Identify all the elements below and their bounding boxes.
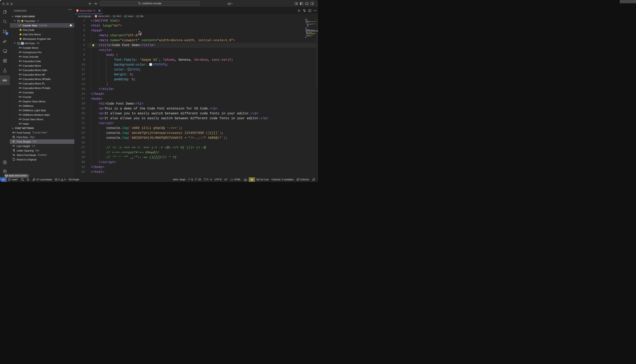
breadcrumb-item-head[interactable]: head bbox=[124, 15, 133, 18]
back-icon[interactable] bbox=[89, 2, 92, 5]
lightbulb-icon[interactable] bbox=[92, 44, 95, 48]
status-language-mode[interactable]: { }HTML bbox=[229, 177, 242, 182]
command-center-search[interactable]: codefont-vscode bbox=[100, 1, 200, 6]
tree-item-andale-mono[interactable]: abcAndale Mono bbox=[10, 46, 74, 50]
section-font-explorer[interactable]: FONT EXPLORER bbox=[10, 14, 74, 19]
section-label: FONT SETTINGS bbox=[15, 127, 34, 130]
status-git-branch[interactable]: main* bbox=[7, 177, 20, 182]
toggle-panel-icon[interactable] bbox=[304, 1, 309, 6]
status-problems[interactable]: 00 bbox=[53, 177, 67, 182]
status-git-graph[interactable]: Git Graph bbox=[67, 177, 81, 182]
tree-item-courier-new[interactable]: Courier NewCurrent bbox=[10, 23, 74, 28]
breadcrumb-item-demo-html[interactable]: demo.html bbox=[95, 15, 110, 18]
activity-item-remote-explorer[interactable] bbox=[0, 46, 10, 56]
status-cursor-position[interactable]: 6, 34 bbox=[187, 177, 202, 182]
setting-item-line-height[interactable]: AALine Height1.5 bbox=[10, 144, 74, 148]
activity-item-search[interactable] bbox=[0, 17, 10, 26]
tree-item-all-fonts[interactable]: abcAll Fonts53 bbox=[10, 41, 74, 46]
tree-item-cascadia-mono-pl[interactable]: abcCascadia Mono PL bbox=[10, 81, 74, 86]
tree-item-cascadia-mono[interactable]: abcCascadia Mono bbox=[10, 64, 74, 68]
status-indentation[interactable]: : 4 bbox=[202, 177, 213, 182]
minimize-button[interactable] bbox=[6, 3, 9, 5]
status-git-sync[interactable] bbox=[20, 177, 25, 182]
breadcrumb-item-html[interactable]: html bbox=[113, 15, 121, 18]
tab-demo-html[interactable]: demo.html U bbox=[75, 7, 103, 14]
breadcrumb-item-landingpage[interactable]: landingpage bbox=[78, 15, 91, 18]
tree-item-favorites[interactable]: Favorites4 bbox=[10, 19, 74, 23]
tree-item-cascadia-mono-nf[interactable]: abcCascadia Mono NF bbox=[10, 72, 74, 77]
customize-layout-icon[interactable] bbox=[294, 1, 299, 6]
status-extension-olive[interactable] bbox=[249, 177, 255, 182]
minimap-block bbox=[307, 24, 309, 25]
activity-item-extensions[interactable] bbox=[0, 56, 10, 66]
forward-icon[interactable] bbox=[94, 2, 97, 5]
tree-item-cascadia-mono-nfitalic[interactable]: abcCascadia Mono NFItalic bbox=[10, 77, 74, 81]
status-copilot-status[interactable] bbox=[242, 177, 249, 182]
status-commits[interactable] bbox=[25, 177, 31, 182]
minimap[interactable] bbox=[303, 18, 318, 177]
tree-item-dmmono-light-italic[interactable]: abcDMMono Light Italic bbox=[10, 108, 74, 112]
split-editor-icon[interactable] bbox=[307, 8, 312, 13]
status-go-live[interactable]: Go Live bbox=[255, 177, 270, 182]
status-remote[interactable] bbox=[0, 177, 7, 182]
minimap-block bbox=[311, 35, 311, 35]
tree-item-arial-unicode[interactable]: abcArial Unicode bbox=[10, 54, 74, 59]
close-button[interactable] bbox=[2, 3, 5, 5]
status-eol[interactable]: LF bbox=[223, 177, 229, 182]
setting-item-letter-spacing[interactable]: Letter Spacing0px bbox=[10, 148, 74, 153]
tree-item-consolas[interactable]: abcConsolas bbox=[10, 90, 74, 95]
tab-close-icon[interactable] bbox=[98, 9, 101, 12]
tree-item-monaspace-krypton-var[interactable]: Monaspace Krypton Var bbox=[10, 36, 74, 41]
status-colorize[interactable]: Colorize bbox=[295, 177, 310, 182]
tree-item-droid-sans-mono[interactable]: abcDroid Sans Mono bbox=[10, 117, 74, 122]
status-symbol-path[interactable]: html › head bbox=[172, 177, 187, 182]
sidebar-more-actions-icon[interactable] bbox=[69, 9, 72, 10]
setting-item-strict-font-mode[interactable]: Strict Font ModeEnabled bbox=[10, 153, 74, 157]
tree-item-cascadia-mono-plitalic[interactable]: abcCascadia Mono PLItalic bbox=[10, 86, 74, 90]
section-font-settings[interactable]: FONT SETTINGS bbox=[10, 126, 74, 130]
run-button[interactable] bbox=[296, 8, 302, 13]
status-encoding[interactable]: UTF-8 bbox=[213, 177, 223, 182]
activity-item-codefont[interactable]: abc bbox=[0, 75, 10, 85]
minimap-block bbox=[311, 30, 312, 31]
status-colorize-variables[interactable]: Colorize: 0 variables bbox=[270, 177, 295, 182]
setting-item-font-family[interactable]: abcFont Family"Courier New" bbox=[10, 130, 74, 135]
status-notifications[interactable] bbox=[310, 177, 316, 182]
zoom-button[interactable] bbox=[10, 3, 13, 5]
breadcrumb-item-title[interactable]: title bbox=[136, 15, 144, 18]
star-white-icon[interactable] bbox=[69, 24, 72, 28]
tree-item-intel-one-mono[interactable]: Intel One Mono bbox=[10, 32, 74, 36]
setting-item-reset-to-original[interactable]: Reset to Original bbox=[10, 157, 74, 162]
pinwheel-icon bbox=[250, 178, 253, 181]
setting-item-font-size[interactable]: Font Size16px bbox=[10, 135, 74, 139]
tree-item-dmmono-medium-italic[interactable]: abcDMMono Medium Italic bbox=[10, 112, 74, 117]
code-text: <meta charset="UTF-8"> bbox=[91, 33, 142, 38]
account-icon bbox=[3, 160, 7, 165]
toggle-sidebar-icon[interactable] bbox=[299, 1, 304, 6]
tree-item-cascadia-mono-italic[interactable]: abcCascadia Mono Italic bbox=[10, 68, 74, 72]
tree-item-fira-code[interactable]: Fira Code bbox=[10, 28, 74, 32]
more-actions-icon[interactable] bbox=[312, 8, 318, 13]
activity-item-run-debug[interactable] bbox=[0, 36, 10, 46]
activity-item-testing[interactable] bbox=[0, 66, 10, 75]
status-text: 0 bbox=[58, 178, 60, 181]
copilot-chevron-icon[interactable] bbox=[231, 3, 233, 4]
code-area[interactable]: 1<!DOCTYPE html>2<html lang="en">3<head>… bbox=[75, 18, 318, 177]
tree-item-hack[interactable]: abcHack bbox=[10, 122, 74, 126]
minimap-slider[interactable] bbox=[316, 18, 318, 90]
activity-item-accounts[interactable] bbox=[0, 158, 10, 167]
activity-item-source-control[interactable]: 1 bbox=[0, 26, 10, 36]
tree-item-dmmono[interactable]: abcDMMono bbox=[10, 104, 74, 108]
toggle-secondary-sidebar-icon[interactable] bbox=[309, 1, 315, 6]
tree-item-dejavu-sans-mono[interactable]: abcDejaVu Sans Mono bbox=[10, 99, 74, 104]
activity-item-explorer[interactable] bbox=[0, 7, 10, 17]
status-launchpad[interactable]: Launchpad bbox=[31, 177, 53, 182]
minimap-block bbox=[312, 31, 313, 32]
minimap-block bbox=[308, 36, 309, 36]
tree-item-cascadia-code[interactable]: abcCascadia Code bbox=[10, 59, 74, 64]
tree-item-courier[interactable]: abcCourier bbox=[10, 95, 74, 99]
code-token: </script> bbox=[99, 160, 116, 164]
open-changes-icon[interactable] bbox=[302, 8, 307, 13]
setting-item-font-weight[interactable]: BFont Weight300 bbox=[10, 139, 74, 144]
tree-item-anonymous-pro[interactable]: abcAnonymous Pro bbox=[10, 50, 74, 54]
